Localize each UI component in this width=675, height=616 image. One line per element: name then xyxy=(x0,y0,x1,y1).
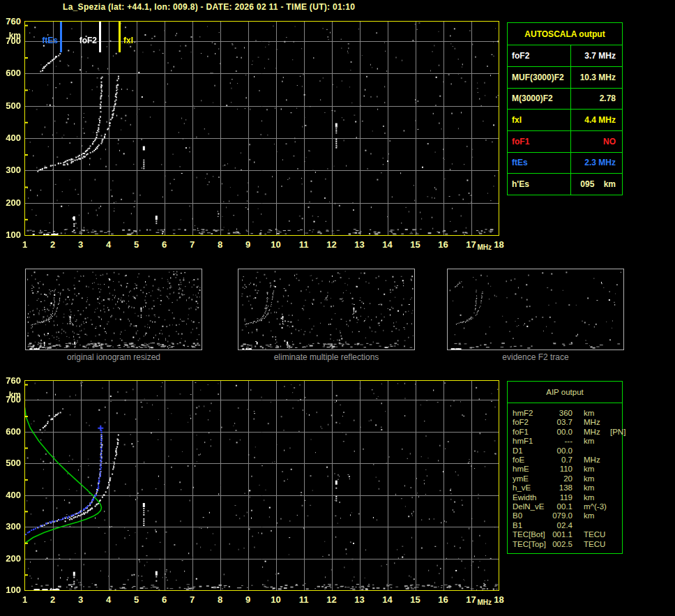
aip-extra xyxy=(610,465,622,474)
main-x-tick-label: 2 xyxy=(44,239,62,250)
aip-extra xyxy=(610,530,622,539)
thumbnail-eliminate-reflections xyxy=(238,269,415,350)
autoscala-param-value: NO xyxy=(571,131,622,152)
aip-label: Ewidth xyxy=(513,493,549,502)
aip-x-tick-label: 8 xyxy=(211,594,229,605)
autoscala-param-label: ftEs xyxy=(508,153,571,174)
aip-val: --- xyxy=(549,437,572,446)
aip-row-fof2: foF203.7MHz xyxy=(513,418,622,427)
autoscala-row-fxi: fxI4.4 MHz xyxy=(508,109,622,130)
aip-x-tick-label: 16 xyxy=(434,594,453,605)
aip-x-tick-label: 9 xyxy=(239,594,257,605)
aip-val: 00.0 xyxy=(549,428,572,437)
autoscala-row-fof2: foF23.7 MHz xyxy=(508,45,622,66)
main-x-tick-label: 8 xyxy=(211,239,229,250)
main-x-tick-label: 7 xyxy=(183,239,202,250)
aip-x-tick-label: 13 xyxy=(351,594,369,605)
aip-x-tick-label: 6 xyxy=(156,594,174,605)
aip-unit: m^(-3) xyxy=(572,502,610,511)
aip-val: 110 xyxy=(549,465,572,474)
fxI-marker-label: fxI xyxy=(123,36,133,45)
aip-y-tick-label: 500 xyxy=(1,458,21,468)
autoscala-param-value: 095 km xyxy=(571,174,622,195)
aip-unit xyxy=(572,446,610,456)
main-x-tick-label: 3 xyxy=(72,239,90,250)
aip-row-fof1: foF100.0MHz[PN] xyxy=(513,428,622,437)
autoscala-row-ftes: ftEs2.3 MHz xyxy=(508,152,622,174)
aip-label: D1 xyxy=(513,446,549,456)
aip-x-tick-label: 3 xyxy=(72,594,90,605)
aip-x-tick-label: 12 xyxy=(323,594,341,605)
autoscala-param-label: h'Es xyxy=(508,174,571,195)
ftEs-marker-line xyxy=(60,22,62,52)
aip-row-ewidth: Ewidth119km xyxy=(513,493,622,502)
aip-x-tick-label: 4 xyxy=(100,594,118,605)
aip-extra xyxy=(610,446,622,456)
aip-label: TEC[Bot] xyxy=(513,530,549,539)
aip-label: hmE xyxy=(513,465,549,474)
thumbnail-original-canvas xyxy=(26,269,202,350)
autoscala-param-label: fxI xyxy=(508,110,571,130)
aip-label: foE xyxy=(513,456,549,465)
autoscala-param-value: 3.7 MHz xyxy=(571,45,622,66)
aip-row-b1: B102.4 xyxy=(513,521,622,530)
aip-x-tick-label: 1 xyxy=(16,594,34,605)
aip-extra xyxy=(610,483,622,493)
autoscala-param-label: foF2 xyxy=(508,45,571,66)
main-x-tick-label: 1 xyxy=(16,239,34,250)
aip-x-tick-label: 11 xyxy=(295,594,313,605)
main-y-tick-label: 200 xyxy=(1,197,21,208)
thumbnail-evidence-canvas xyxy=(448,269,623,350)
main-y-tick-label: 760 xyxy=(1,16,21,27)
autoscala-param-label: M(3000)F2 xyxy=(508,89,571,110)
aip-x-tick-label: 2 xyxy=(44,594,62,605)
aip-unit: km xyxy=(572,474,610,483)
aip-x-tick-label: 18 xyxy=(490,594,508,605)
main-y-tick-label: 300 xyxy=(1,165,21,175)
autoscala-param-value: 10.3 MHz xyxy=(571,67,622,88)
aip-extra xyxy=(610,437,622,446)
aip-x-tick-label: 10 xyxy=(267,594,285,605)
aip-extra: [PN] xyxy=(610,428,625,437)
main-x-tick-label: 4 xyxy=(100,239,118,250)
aip-unit: km xyxy=(572,409,610,418)
aip-label: B0 xyxy=(513,511,549,520)
aip-y-tick-label: 100 xyxy=(1,585,21,595)
autoscala-ionogram-canvas xyxy=(24,21,499,236)
aip-y-tick-label: 400 xyxy=(1,490,21,500)
aip-extra xyxy=(610,493,622,502)
autoscala-row-h-es: h'Es095 km xyxy=(508,173,622,195)
aip-unit: TECU xyxy=(572,530,610,539)
aip-y-axis-unit: km xyxy=(1,390,21,400)
autoscala-output-table: AUTOSCALA output foF23.7 MHzMUF(3000)F21… xyxy=(507,22,623,195)
aip-ionogram-canvas xyxy=(24,380,499,591)
aip-unit: MHz xyxy=(572,428,610,437)
aip-val: 001.1 xyxy=(549,530,572,539)
aip-x-tick-label: 15 xyxy=(407,594,425,605)
thumbnail-caption-eliminate: eliminate multiple reflections xyxy=(238,352,415,362)
aip-label: h_vE xyxy=(513,483,549,493)
aip-label: foF1 xyxy=(513,428,549,437)
aip-val: 360 xyxy=(549,409,572,418)
aip-unit: MHz xyxy=(572,418,610,427)
aip-label: ymE xyxy=(513,474,549,483)
main-x-tick-label: 12 xyxy=(323,239,341,250)
main-y-tick-label: 600 xyxy=(1,68,21,78)
aip-x-axis-unit: MHz xyxy=(478,599,492,606)
aip-val: 00.1 xyxy=(549,502,572,511)
aip-table-header: AIP output xyxy=(508,382,622,403)
aip-row-hmf2: hmF2360km xyxy=(513,409,622,418)
aip-val: 119 xyxy=(549,493,572,502)
aip-label: B1 xyxy=(513,521,549,530)
aip-table-body: hmF2360kmfoF203.7MHzfoF100.0MHz[PN]hmF1-… xyxy=(508,403,622,549)
autoscala-row-fof1: foF1NO xyxy=(508,130,622,152)
aip-row-hme: hmE110km xyxy=(513,465,622,474)
autoscala-param-value: 2.3 MHz xyxy=(571,153,622,174)
main-x-tick-label: 16 xyxy=(434,239,453,250)
aip-x-tick-label: 7 xyxy=(183,594,202,605)
aip-extra xyxy=(610,409,622,418)
aip-unit: km xyxy=(572,493,610,502)
aip-ionogram-panel xyxy=(24,380,499,591)
aip-val: 03.7 xyxy=(549,418,572,427)
aip-row-hmf1: hmF1---km xyxy=(513,437,622,446)
